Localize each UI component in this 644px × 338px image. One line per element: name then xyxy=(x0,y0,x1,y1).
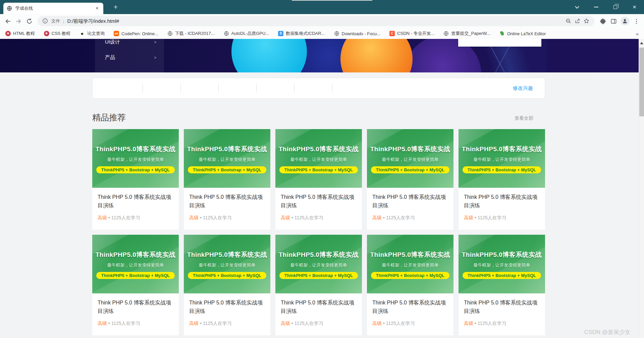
scroll-up-arrow-icon[interactable] xyxy=(640,42,643,44)
browser-tab[interactable]: 学成在线 × xyxy=(3,3,103,14)
s-favicon-icon: S xyxy=(278,31,283,36)
search-box-edge[interactable] xyxy=(458,39,541,47)
course-card-image: ThinkPHP5.0博客系统实战 最牛框架，让开发变得更简单 ThinkPHP… xyxy=(367,235,453,293)
course-meta: 高级 • 1125人在学习 xyxy=(98,215,173,221)
course-students: 1125人在学习 xyxy=(294,215,323,220)
course-card[interactable]: ThinkPHP5.0博客系统实战 最牛框架，让开发变得更简单 ThinkPHP… xyxy=(367,129,453,230)
card-image-badge: ThinkPHP5 + Bootstrap + MySQL xyxy=(463,272,541,279)
course-card[interactable]: ThinkPHP5.0博客系统实战 最牛框架，让开发变得更简单 ThinkPHP… xyxy=(367,235,453,335)
runoob-favicon-icon: ❖ xyxy=(44,31,49,36)
window-close-button[interactable]: × xyxy=(625,0,644,14)
course-card[interactable]: ThinkPHP5.0博客系统实战 最牛框架，让开发变得更简单 ThinkPHP… xyxy=(92,235,179,335)
banner-menu-label: 产品 xyxy=(105,54,115,61)
view-all-link[interactable]: 查看全部 xyxy=(515,115,533,123)
card-image-subtitle: 最牛框架，让开发变得更简单 xyxy=(107,262,164,268)
url-text[interactable]: D:/前端学习/index.html# xyxy=(67,18,119,24)
new-tab-button[interactable]: + xyxy=(111,2,121,12)
globe-favicon-icon xyxy=(167,31,173,36)
course-students: 1125人在学习 xyxy=(294,321,323,326)
course-nav-tab[interactable] xyxy=(332,87,370,89)
meta-separator: • xyxy=(290,321,294,326)
course-card[interactable]: ThinkPHP5.0博客系统实战 最牛框架，让开发变得更简单 ThinkPHP… xyxy=(275,235,362,335)
runoob-favicon-icon: ❖ xyxy=(5,31,11,36)
tab-search-chevron-icon[interactable] xyxy=(568,0,587,14)
reload-icon[interactable] xyxy=(25,17,33,25)
course-meta: 高级 • 1125人在学习 xyxy=(281,215,357,221)
course-meta: 高级 • 1125人在学习 xyxy=(372,321,448,327)
course-nav-tab[interactable] xyxy=(143,87,181,89)
course-card-body: Think PHP 5.0 博客系统实战项目演练 高级 • 1125人在学习 xyxy=(92,293,179,327)
banner-cyan-circle xyxy=(231,39,307,72)
tab-title: 学成在线 xyxy=(15,5,94,11)
menu-kebab-icon[interactable] xyxy=(633,17,640,25)
bookmark-label: 下载 - ICDAR2017... xyxy=(175,31,215,37)
bookmark-star-icon[interactable] xyxy=(584,18,590,24)
course-nav-tab[interactable] xyxy=(93,87,143,89)
background-window-edge xyxy=(292,0,372,1)
globe-favicon-icon xyxy=(443,31,449,36)
bookmark-item[interactable]: C CSDN - 专业开发... xyxy=(389,31,434,37)
course-students: 1125人在学习 xyxy=(111,321,140,326)
course-card[interactable]: ThinkPHP5.0博客系统实战 最牛框架，让开发变得更简单 ThinkPHP… xyxy=(184,129,270,230)
bookmark-label: AutoDL-品质GPU... xyxy=(231,31,269,37)
bookmark-label: 论文查询 xyxy=(87,31,105,37)
course-card[interactable]: ThinkPHP5.0博客系统实战 最牛框架，让开发变得更简单 ThinkPHP… xyxy=(459,129,545,230)
course-students: 1125人在学习 xyxy=(386,321,415,326)
bookmark-item[interactable]: 查重提交_PaperW... xyxy=(443,31,490,37)
course-meta: 高级 • 1125人在学习 xyxy=(189,215,265,221)
tab-close-icon[interactable]: × xyxy=(94,6,100,11)
page-info-icon[interactable] xyxy=(42,18,48,24)
card-image-subtitle: 最牛框架，让开发变得更简单 xyxy=(382,262,439,268)
edit-interests-link[interactable]: 修改兴趣 xyxy=(513,85,533,92)
course-title: Think PHP 5.0 博客系统实战项目演练 xyxy=(98,299,173,316)
zoom-out-icon[interactable] xyxy=(566,18,572,24)
bookmark-item[interactable]: ❖ HTML 教程 xyxy=(5,31,35,37)
side-panel-icon[interactable] xyxy=(610,17,617,25)
back-icon[interactable] xyxy=(4,17,11,25)
bookmark-label: CSDN - 专业开发... xyxy=(397,31,434,37)
profile-avatar[interactable] xyxy=(621,17,629,25)
course-card-body: Think PHP 5.0 博客系统实战项目演练 高级 • 1125人在学习 xyxy=(459,188,545,221)
card-image-subtitle: 最牛框架，让开发变得更简单 xyxy=(474,157,530,163)
bookmark-item[interactable]: AutoDL-品质GPU... xyxy=(224,31,269,37)
course-nav-tab[interactable] xyxy=(294,87,332,89)
minimize-button[interactable] xyxy=(587,0,606,14)
course-students: 1125人在学习 xyxy=(111,215,140,220)
course-card[interactable]: ThinkPHP5.0博客系统实战 最牛框架，让开发变得更简单 ThinkPHP… xyxy=(459,235,545,335)
bookmark-item[interactable]: ❖ CSS 教程 xyxy=(44,31,70,37)
content-container: 修改兴趣 精品推荐 查看全部 ThinkPHP5.0博客系统实战 最牛框架，让开… xyxy=(92,78,545,335)
course-meta: 高级 • 1125人在学习 xyxy=(372,215,448,221)
course-level: 高级 xyxy=(98,215,107,220)
banner-menu-item[interactable]: UI设计 > xyxy=(95,39,164,50)
restore-button[interactable] xyxy=(606,0,625,14)
course-card[interactable]: ThinkPHP5.0博客系统实战 最牛框架，让开发变得更简单 ThinkPHP… xyxy=(184,235,270,335)
bookmark-item[interactable]: Online LaTeX Editor xyxy=(499,31,546,36)
share-icon[interactable] xyxy=(575,18,581,24)
c-favicon-icon: C xyxy=(389,31,395,36)
course-card[interactable]: ThinkPHP5.0博客系统实战 最牛框架，让开发变得更简单 ThinkPHP… xyxy=(92,129,179,230)
bookmarks-overflow-icon[interactable]: » xyxy=(636,31,639,37)
card-image-subtitle: 最牛框架，让开发变得更简单 xyxy=(199,262,256,268)
course-nav-tab[interactable] xyxy=(181,87,219,89)
course-meta: 高级 • 1125人在学习 xyxy=(464,215,540,221)
bookmark-item[interactable]: Downloads - Focu... xyxy=(334,31,381,36)
scrollbar-thumb[interactable] xyxy=(639,48,644,116)
bookmark-item[interactable]: 下载 - ICDAR2017... xyxy=(167,31,215,37)
banner-menu-item[interactable]: 产品 > xyxy=(95,50,164,65)
forward-icon[interactable] xyxy=(15,17,22,25)
globe-favicon-icon xyxy=(334,31,339,36)
chevron-right-icon: > xyxy=(154,40,156,45)
course-nav-tab[interactable] xyxy=(219,87,257,89)
course-nav-tab[interactable] xyxy=(257,87,294,89)
meta-separator: • xyxy=(473,321,478,326)
course-card[interactable]: ThinkPHP5.0博客系统实战 最牛框架，让开发变得更简单 ThinkPHP… xyxy=(275,129,362,230)
page-scrollbar[interactable] xyxy=(639,39,644,338)
extensions-puzzle-icon[interactable] xyxy=(599,17,606,25)
bookmark-item[interactable]: ☻ 论文查询 xyxy=(79,31,105,37)
card-image-badge: ThinkPHP5 + Bootstrap + MySQL xyxy=(279,272,358,279)
course-title: Think PHP 5.0 博客系统实战项目演练 xyxy=(372,299,448,316)
bookmark-item[interactable]: mi CodePen: Online... xyxy=(114,31,158,36)
course-title: Think PHP 5.0 博客系统实战项目演练 xyxy=(189,193,265,210)
bookmark-item[interactable]: S 数据集格式ICDAR... xyxy=(278,31,325,37)
address-bar[interactable]: 文件 | D:/前端学习/index.html# xyxy=(38,16,594,26)
